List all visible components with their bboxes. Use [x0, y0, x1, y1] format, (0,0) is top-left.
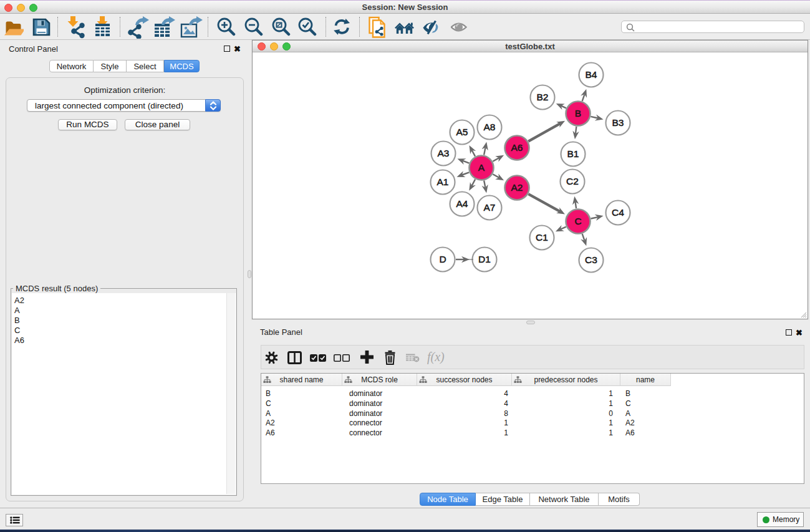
svg-text:C1: C1	[536, 232, 548, 243]
svg-text:B3: B3	[612, 117, 624, 128]
svg-text:f(x): f(x)	[427, 351, 445, 364]
svg-text:A6: A6	[511, 142, 523, 153]
svg-text:B: B	[575, 108, 581, 118]
svg-text:D: D	[439, 254, 446, 264]
svg-text:A7: A7	[484, 202, 496, 213]
svg-text:B2: B2	[537, 92, 549, 102]
svg-text:A5: A5	[456, 127, 468, 137]
svg-text:C2: C2	[566, 176, 579, 186]
svg-text:B4: B4	[586, 69, 597, 80]
svg-text:C3: C3	[585, 254, 597, 265]
svg-text:D1: D1	[478, 254, 491, 264]
svg-text:C4: C4	[612, 207, 624, 218]
svg-text:A8: A8	[484, 122, 496, 132]
svg-text:A4: A4	[456, 198, 468, 209]
svg-text:A1: A1	[437, 177, 449, 187]
svg-text:A3: A3	[438, 148, 450, 158]
svg-text:A: A	[478, 162, 485, 173]
svg-text:A2: A2	[511, 182, 523, 193]
svg-text:C: C	[574, 216, 581, 226]
svg-text:B1: B1	[567, 148, 579, 159]
